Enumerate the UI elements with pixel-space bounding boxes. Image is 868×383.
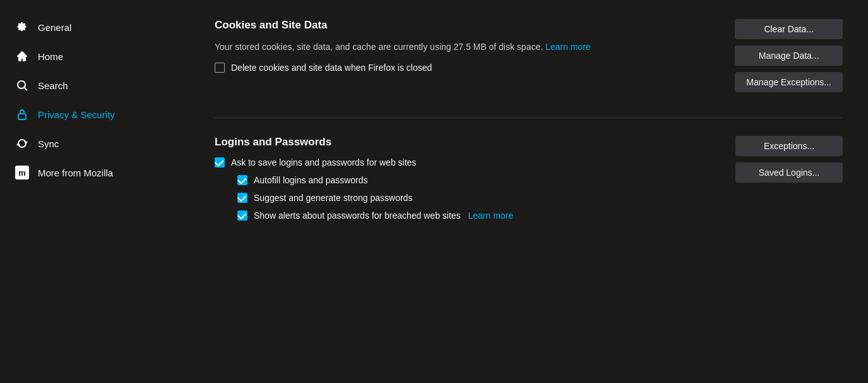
cookies-section-desc: Your stored cookies, site data, and cach…: [215, 40, 707, 54]
suggest-passwords-checkbox[interactable]: [237, 193, 247, 203]
cookies-section-left: Cookies and Site Data Your stored cookie…: [215, 19, 722, 80]
sidebar-item-mozilla-label: More from Mozilla: [38, 167, 113, 178]
logins-section-title: Logins and Passwords: [215, 136, 723, 149]
sidebar: General Home Search Privacy & Security: [0, 0, 189, 383]
sidebar-item-privacy-label: Privacy & Security: [38, 109, 115, 120]
sidebar-item-home[interactable]: Home: [0, 42, 189, 71]
sidebar-item-search-label: Search: [38, 80, 68, 91]
cookies-section-title: Cookies and Site Data: [215, 19, 722, 32]
sidebar-item-sync[interactable]: Sync: [0, 129, 189, 158]
sidebar-item-search[interactable]: Search: [0, 71, 189, 100]
sidebar-item-general[interactable]: General: [0, 13, 189, 42]
cookies-buttons: Clear Data... Manage Data... Manage Exce…: [735, 19, 843, 92]
clear-data-button[interactable]: Clear Data...: [735, 19, 843, 39]
breached-learn-more-link[interactable]: Learn more: [468, 210, 514, 221]
delete-cookies-label: Delete cookies and site data when Firefo…: [231, 63, 432, 73]
logins-section-left: Logins and Passwords Ask to save logins …: [215, 136, 723, 228]
logins-section: Logins and Passwords Ask to save logins …: [215, 136, 843, 228]
delete-cookies-checkbox[interactable]: [215, 63, 225, 73]
manage-exceptions-button[interactable]: Manage Exceptions...: [735, 72, 843, 92]
suggest-passwords-row: Suggest and generate strong passwords: [237, 193, 723, 203]
svg-line-1: [25, 88, 28, 91]
logins-buttons: Exceptions... Saved Logins...: [735, 136, 843, 183]
show-alerts-checkbox[interactable]: [237, 210, 247, 221]
show-alerts-row: Show alerts about passwords for breached…: [237, 210, 723, 221]
home-icon: [15, 49, 29, 63]
lock-icon: [15, 107, 29, 121]
sync-icon: [15, 137, 29, 150]
logins-exceptions-button[interactable]: Exceptions...: [735, 136, 843, 156]
svg-rect-2: [18, 114, 26, 119]
suggest-passwords-label: Suggest and generate strong passwords: [254, 193, 412, 203]
manage-data-button[interactable]: Manage Data...: [735, 46, 843, 66]
autofill-logins-row: Autofill logins and passwords: [237, 175, 723, 185]
delete-cookies-row: Delete cookies and site data when Firefo…: [215, 63, 722, 73]
mozilla-icon: m: [15, 166, 29, 179]
ask-save-logins-label: Ask to save logins and passwords for web…: [231, 157, 416, 167]
cookies-learn-more-link[interactable]: Learn more: [545, 42, 591, 52]
autofill-logins-label: Autofill logins and passwords: [254, 175, 368, 185]
sidebar-item-mozilla[interactable]: m More from Mozilla: [0, 158, 189, 187]
saved-logins-button[interactable]: Saved Logins...: [735, 162, 843, 183]
gear-icon: [15, 20, 29, 34]
main-content: Cookies and Site Data Your stored cookie…: [189, 0, 868, 383]
autofill-logins-checkbox[interactable]: [237, 175, 247, 185]
section-divider: [215, 118, 843, 118]
sidebar-item-general-label: General: [38, 22, 71, 33]
sidebar-item-sync-label: Sync: [38, 138, 59, 149]
cookies-section: Cookies and Site Data Your stored cookie…: [215, 19, 843, 92]
sidebar-item-privacy[interactable]: Privacy & Security: [0, 100, 189, 129]
ask-save-logins-checkbox[interactable]: [215, 157, 225, 167]
ask-save-logins-row: Ask to save logins and passwords for web…: [215, 157, 723, 167]
sidebar-item-home-label: Home: [38, 51, 63, 62]
search-icon: [15, 78, 29, 92]
svg-point-0: [18, 81, 25, 88]
show-alerts-label: Show alerts about passwords for breached…: [254, 210, 513, 221]
